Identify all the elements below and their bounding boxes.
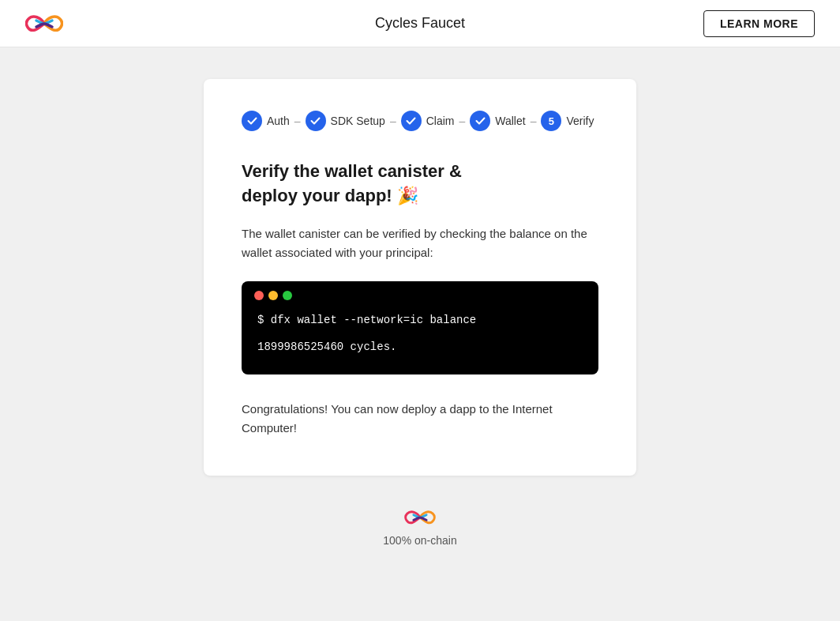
card-description: The wallet canister can be verified by c… xyxy=(242,224,598,262)
sep-4: – xyxy=(531,115,537,127)
step-auth: Auth xyxy=(242,111,290,131)
footer-text: 100% on-chain xyxy=(383,534,456,547)
terminal: $ dfx wallet --network=ic balance 189998… xyxy=(242,281,598,375)
card-title: Verify the wallet canister &deploy your … xyxy=(242,160,598,209)
logo xyxy=(25,11,63,36)
footer-logo-icon xyxy=(404,507,436,528)
congratulations-text: Congratulations! You can now deploy a da… xyxy=(242,400,598,438)
sep-3: – xyxy=(459,115,465,127)
steps-indicator: Auth – SDK Setup – Claim – xyxy=(242,111,598,131)
header: Cycles Faucet LEARN MORE xyxy=(0,0,840,47)
step-sdk-label: SDK Setup xyxy=(331,115,385,127)
step-auth-check-icon xyxy=(242,111,262,131)
footer: 100% on-chain xyxy=(383,507,456,547)
step-sdk-check-icon xyxy=(306,111,326,131)
sep-2: – xyxy=(390,115,396,127)
card: Auth – SDK Setup – Claim – xyxy=(204,79,636,476)
step-claim-check-icon xyxy=(401,111,422,131)
step-sdk-setup: SDK Setup xyxy=(306,111,385,131)
terminal-command: $ dfx wallet --network=ic balance xyxy=(257,311,583,329)
step-wallet-check-icon xyxy=(470,111,490,131)
step-wallet-label: Wallet xyxy=(495,115,525,127)
step-wallet: Wallet xyxy=(470,111,525,131)
terminal-output: 1899986525460 cycles. xyxy=(257,338,583,356)
step-verify-number: 5 xyxy=(541,111,561,131)
terminal-dot-green xyxy=(283,291,292,300)
step-claim: Claim xyxy=(401,111,455,131)
step-auth-label: Auth xyxy=(267,115,290,127)
learn-more-button[interactable]: LEARN MORE xyxy=(703,10,815,37)
terminal-dot-red xyxy=(254,291,264,300)
main-content: Auth – SDK Setup – Claim – xyxy=(0,47,840,578)
terminal-dot-yellow xyxy=(268,291,278,300)
header-title: Cycles Faucet xyxy=(375,15,465,32)
step-claim-label: Claim xyxy=(426,115,455,127)
sep-1: – xyxy=(294,115,301,127)
step-verify-label: Verify xyxy=(566,115,594,127)
infinity-logo-icon xyxy=(25,11,63,36)
step-verify: 5 Verify xyxy=(541,111,594,131)
terminal-dots xyxy=(242,281,598,308)
terminal-content: $ dfx wallet --network=ic balance 189998… xyxy=(242,308,598,375)
